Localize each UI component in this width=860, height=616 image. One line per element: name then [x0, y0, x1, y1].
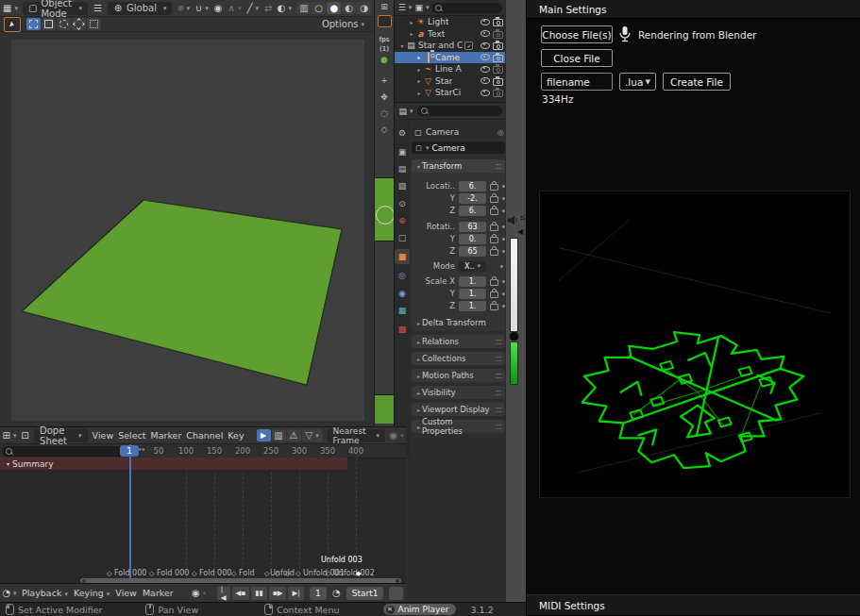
pin-icon[interactable]: ◎: [497, 128, 504, 137]
menu-playback[interactable]: Playback▾: [22, 588, 68, 598]
marker-diamond-icon[interactable]: ◇: [295, 570, 300, 577]
tab-world[interactable]: ⊕: [395, 213, 410, 228]
tab-texture[interactable]: ▩: [395, 322, 410, 337]
value-slider[interactable]: 0.: [459, 234, 486, 244]
panel-grip-icon[interactable]: ::::: [495, 423, 501, 431]
camera-visibility-icon[interactable]: [493, 42, 503, 50]
auto-keying-record-icon[interactable]: ◉▾: [193, 587, 206, 600]
tab-tool[interactable]: ⚙: [395, 125, 410, 141]
midi-settings-header[interactable]: MIDI Settings: [527, 594, 860, 616]
lock-icon[interactable]: [490, 304, 498, 310]
disclosure-icon[interactable]: ▸: [415, 90, 423, 96]
outliner-row-collection[interactable]: ▾ ▤ Star and C ✓: [395, 40, 505, 52]
disclosure-icon[interactable]: ▸: [408, 19, 415, 25]
end-frame-field-cut[interactable]: [389, 587, 403, 600]
cursor-tool-icon[interactable]: +: [377, 75, 392, 85]
scale-tool-icon[interactable]: ◇: [377, 125, 392, 134]
panel-viewport-display[interactable]: ▸ Viewport Display ::::: [412, 403, 505, 416]
dopesheet-context-dropdown[interactable]: Dope Sheet ▾: [34, 429, 88, 442]
marker-diamond-icon[interactable]: ◇: [107, 570, 111, 577]
tab-render[interactable]: ▣: [395, 144, 410, 159]
disclosure-icon[interactable]: ▸: [415, 66, 423, 73]
tab-collection[interactable]: □: [395, 230, 410, 245]
jump-to-end-button[interactable]: ▶|: [288, 587, 303, 600]
selected-marker-diamond-icon[interactable]: ◆: [356, 570, 361, 577]
gizmos-icon[interactable]: ⇄: [264, 2, 272, 15]
lock-icon[interactable]: [490, 225, 498, 231]
menu-select[interactable]: Select: [118, 430, 145, 441]
create-file-button[interactable]: Create File: [663, 73, 731, 91]
panel-collections[interactable]: ▸ Collections ::::: [412, 352, 505, 365]
menu-view[interactable]: View: [115, 588, 137, 598]
material-shading-icon[interactable]: ◐: [342, 2, 356, 14]
eye-icon[interactable]: [481, 66, 490, 73]
panel-grip-icon[interactable]: ::::: [495, 389, 501, 397]
marker-label[interactable]: Fold 000: [114, 569, 146, 577]
next-keyframe-button[interactable]: ▪▶: [269, 587, 287, 600]
orbit-gizmo-icon[interactable]: [376, 206, 395, 225]
value-slider[interactable]: 63: [459, 222, 486, 232]
close-file-button[interactable]: Close File: [541, 49, 613, 67]
select-circle-button[interactable]: [57, 18, 71, 30]
tab-object[interactable]: ■: [395, 249, 410, 264]
panel-visibility[interactable]: ▸ Visibility ::::: [412, 386, 505, 399]
outliner-row-light[interactable]: ▸ ☀ Light: [395, 16, 505, 28]
marker-diamond-icon[interactable]: ◇: [264, 570, 269, 577]
pivot-point-icon[interactable]: ⌾▾: [177, 2, 190, 15]
active-tool-button[interactable]: [4, 17, 21, 32]
marker-label[interactable]: Unfold 002: [333, 569, 375, 577]
close-icon[interactable]: ✕: [386, 606, 395, 614]
camera-visibility-icon[interactable]: [493, 78, 503, 86]
proportional-edit-icon[interactable]: ◉: [214, 2, 223, 15]
errors-filter-icon[interactable]: ⚠: [287, 429, 301, 441]
eye-icon[interactable]: [481, 54, 490, 60]
mode-dropdown[interactable]: ▢ Object Mode ▾: [23, 2, 88, 15]
lock-icon[interactable]: [490, 196, 498, 203]
dopesheet-ruler[interactable]: ↔ 50 100 150 200 250 300 350 400: [0, 444, 406, 458]
outliner-row-linea[interactable]: ▸ ~ Line A: [395, 63, 505, 75]
disclosure-icon[interactable]: ▸: [408, 30, 415, 37]
pause-button[interactable]: ▮▮: [251, 587, 266, 600]
rotate-tool-icon[interactable]: ◌: [377, 108, 392, 118]
mode-dropdown[interactable]: X..▾: [459, 261, 486, 272]
select-extra-button[interactable]: [87, 18, 101, 30]
scrollbar-handle-dot[interactable]: [396, 579, 399, 583]
current-frame-field[interactable]: 1: [310, 587, 327, 600]
outliner-row-camera[interactable]: ▸ Came: [395, 52, 505, 64]
main-settings-header[interactable]: Main Settings: [527, 0, 860, 19]
marker-label[interactable]: Unfold: [270, 569, 295, 577]
marker-diamond-icon[interactable]: ◇: [149, 570, 154, 577]
outliner-search[interactable]: [431, 3, 502, 13]
eye-icon[interactable]: [481, 19, 490, 25]
tab-view-layer[interactable]: ▧: [395, 178, 410, 193]
only-selected-filter-icon[interactable]: ▶: [257, 429, 271, 441]
tab-scene[interactable]: ⊙: [395, 196, 410, 211]
camera-visibility-icon[interactable]: [493, 66, 503, 74]
camera-visibility-icon[interactable]: [493, 55, 503, 62]
selected-marker-label[interactable]: Unfold 003: [321, 556, 363, 564]
eye-icon[interactable]: [481, 42, 490, 49]
tab-physics[interactable]: ◉: [395, 286, 410, 301]
expand-icon[interactable]: ↔: [139, 445, 145, 454]
filename-input[interactable]: [541, 73, 613, 91]
editor-type-icon[interactable]: ⊞▾: [3, 429, 16, 442]
value-slider[interactable]: 1.: [459, 289, 486, 299]
editor-type-icon[interactable]: ▤▾: [397, 105, 414, 118]
value-slider[interactable]: 65: [459, 246, 486, 257]
menu-key[interactable]: Key: [228, 430, 244, 441]
object-name-field[interactable]: ▢ ▾ Camera: [412, 142, 505, 154]
volume-slider-track[interactable]: [510, 238, 518, 332]
filter-dropdown-icon[interactable]: ☰▾: [397, 1, 413, 14]
properties-search[interactable]: [417, 106, 502, 116]
menu-channel[interactable]: Channel: [186, 430, 223, 441]
panel-relations[interactable]: ▸ Relations ::::: [412, 335, 505, 348]
value-slider[interactable]: 6.: [459, 206, 486, 216]
panel-grip-icon[interactable]: ::::: [495, 372, 501, 380]
solid-shading-icon[interactable]: ●: [327, 2, 341, 14]
extension-dropdown[interactable]: .lua ▼: [619, 73, 656, 91]
editor-type-icon[interactable]: ⊞: [377, 2, 392, 11]
lock-icon[interactable]: [490, 279, 498, 286]
panel-grip-icon[interactable]: ::::: [495, 162, 501, 171]
rendered-shading-icon[interactable]: ◑: [357, 2, 371, 14]
marker-label[interactable]: Fold: [239, 569, 255, 577]
